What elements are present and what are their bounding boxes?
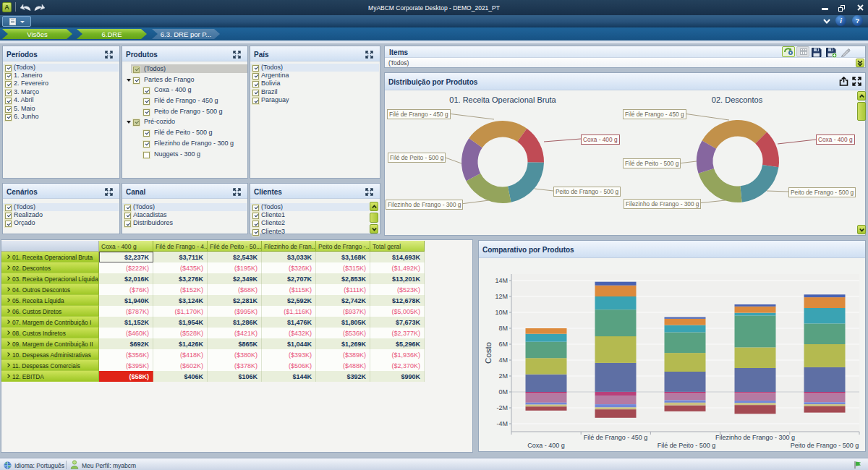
svg-text:-2M: -2M [497,404,509,411]
svg-text:-4M: -4M [497,420,509,427]
svg-text:14M: 14M [495,277,508,284]
svg-text:Filé de Peito - 500 g: Filé de Peito - 500 g [658,442,716,449]
svg-text:0M: 0M [498,388,508,396]
svg-text:Filé de Frango - 450 g: Filé de Frango - 450 g [584,434,648,441]
svg-text:10M: 10M [495,309,508,316]
svg-text:Costo: Costo [484,342,493,364]
svg-text:8M: 8M [498,325,508,332]
svg-text:2M: 2M [498,372,508,380]
svg-text:6M: 6M [498,341,508,348]
svg-text:Coxa - 400 g: Coxa - 400 g [527,442,565,449]
svg-text:12M: 12M [495,293,508,300]
svg-text:4M: 4M [498,356,508,364]
svg-text:Peito de Frango - 500 g: Peito de Frango - 500 g [791,442,859,449]
svg-text:Filezinho de Frango - 300 g: Filezinho de Frango - 300 g [715,434,795,441]
